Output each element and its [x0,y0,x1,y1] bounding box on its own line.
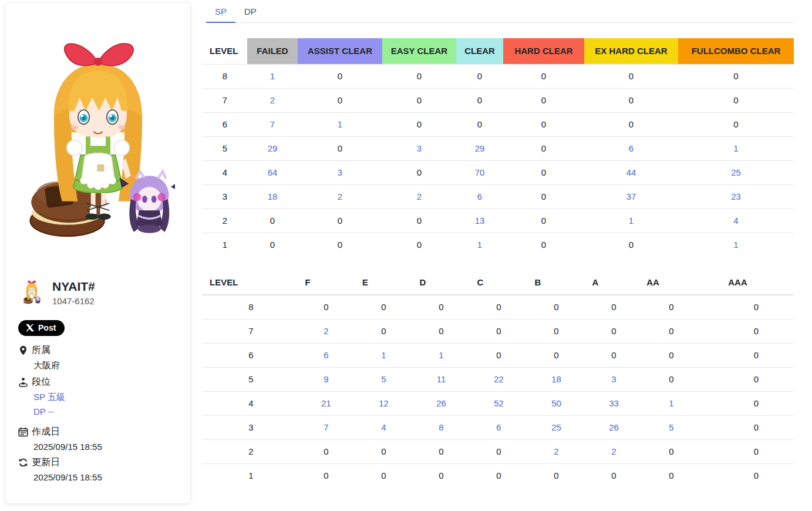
count-cell[interactable]: 52 [452,391,509,415]
count-cell[interactable]: 1 [678,136,794,160]
count-cell[interactable]: 2 [247,88,298,112]
count-cell: 0 [452,343,509,367]
count-cell: 0 [456,64,503,88]
count-cell[interactable]: 29 [247,136,298,160]
count-cell: 0 [624,367,682,391]
count-cell[interactable]: 22 [452,367,509,391]
count-cell: 0 [394,439,452,463]
count-cell: 0 [503,209,584,233]
avatar-illustration [15,11,181,274]
table-row-level-4: 464307004425 [203,160,794,184]
count-cell[interactable]: 7 [279,415,336,439]
count-cell[interactable]: 5 [624,415,682,439]
count-cell[interactable]: 3 [567,367,624,391]
count-cell: 0 [567,343,624,367]
count-cell[interactable]: 2 [567,439,624,463]
table-row-level-3: 31822603723 [203,184,794,209]
count-cell: 0 [382,160,456,184]
column-header-aa: AA [624,270,682,295]
count-cell[interactable]: 26 [567,415,624,439]
column-header-aaa: AAA [682,270,794,295]
table-row-level-2: 200002200 [203,439,794,463]
count-cell[interactable]: 70 [456,160,503,184]
created-value: 2025/09/15 18:55 [18,438,181,452]
count-cell: 0 [503,112,584,136]
count-cell[interactable]: 1 [678,233,794,257]
count-cell[interactable]: 5 [336,367,394,391]
count-cell[interactable]: 21 [279,391,336,415]
level-cell: 5 [203,136,247,160]
count-cell[interactable]: 1 [584,209,678,233]
count-cell[interactable]: 1 [394,343,452,367]
count-cell[interactable]: 6 [452,415,509,439]
count-cell[interactable]: 1 [298,112,382,136]
table-row-level-6: 67100000 [203,112,794,136]
count-cell: 0 [682,463,794,488]
dan-dp-link[interactable]: DP -- [18,403,181,416]
count-cell: 0 [584,233,678,257]
clear-table-header-row: LEVELFAILEDASSIST CLEAREASY CLEARCLEARHA… [203,38,794,64]
count-cell[interactable]: 26 [394,391,452,415]
count-cell: 0 [567,463,624,488]
count-cell: 0 [382,88,456,112]
count-cell[interactable]: 1 [247,64,298,88]
post-button-label: Post [38,323,56,332]
dan-sp-link[interactable]: SP 五級 [18,388,181,403]
count-cell: 0 [624,343,682,367]
column-header-f: F [279,270,336,295]
count-cell[interactable]: 33 [567,391,624,415]
count-cell[interactable]: 50 [509,391,567,415]
count-cell[interactable]: 3 [298,160,382,184]
count-cell[interactable]: 11 [394,367,452,391]
count-cell[interactable]: 2 [382,184,456,209]
count-cell[interactable]: 6 [279,343,336,367]
count-cell: 0 [298,64,382,88]
count-cell: 0 [678,88,794,112]
column-header-e: E [336,270,394,295]
count-cell[interactable]: 25 [509,415,567,439]
count-cell[interactable]: 44 [584,160,678,184]
refresh-icon [18,458,28,468]
count-cell[interactable]: 1 [456,233,503,257]
table-row-level-5: 595112218300 [203,367,794,391]
count-cell[interactable]: 13 [456,209,503,233]
count-cell[interactable]: 23 [678,184,794,209]
count-cell[interactable]: 6 [584,136,678,160]
affiliation-value: 大阪府 [18,357,181,371]
count-cell[interactable]: 12 [336,391,394,415]
count-cell[interactable]: 2 [298,184,382,209]
count-cell[interactable]: 8 [394,415,452,439]
level-cell: 3 [203,415,279,439]
x-post-button[interactable]: Post [18,320,65,336]
count-cell[interactable]: 1 [336,343,394,367]
count-cell[interactable]: 4 [678,209,794,233]
tab-sp[interactable]: SP [206,0,235,23]
count-cell[interactable]: 9 [279,367,336,391]
level-cell: 6 [203,343,279,367]
count-cell[interactable]: 18 [247,184,298,209]
count-cell: 0 [509,343,567,367]
count-cell[interactable]: 18 [509,367,567,391]
count-cell[interactable]: 2 [279,319,336,343]
count-cell: 0 [247,233,298,257]
count-cell[interactable]: 37 [584,184,678,209]
count-cell: 0 [584,112,678,136]
count-cell[interactable]: 7 [247,112,298,136]
count-cell[interactable]: 1 [624,391,682,415]
count-cell: 0 [382,209,456,233]
clear-lamp-table: LEVELFAILEDASSIST CLEAREASY CLEARCLEARHA… [203,38,794,257]
column-header-a: A [567,270,624,295]
tab-dp[interactable]: DP [235,0,265,23]
count-cell[interactable]: 25 [678,160,794,184]
count-cell[interactable]: 64 [247,160,298,184]
count-cell[interactable]: 6 [456,184,503,209]
level-cell: 2 [203,209,247,233]
count-cell: 0 [503,88,584,112]
count-cell[interactable]: 4 [336,415,394,439]
count-cell: 0 [279,439,336,463]
count-cell[interactable]: 2 [509,439,567,463]
count-cell[interactable]: 3 [382,136,456,160]
table-row-level-8: 81000000 [203,64,794,88]
count-cell[interactable]: 29 [456,136,503,160]
affiliation-label-row: 所属 [18,344,181,357]
